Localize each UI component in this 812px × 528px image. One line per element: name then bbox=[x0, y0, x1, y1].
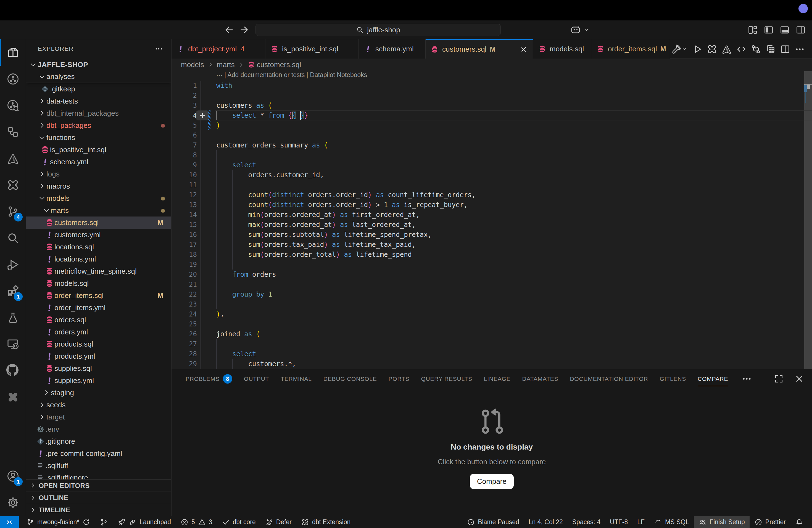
status-item-remote[interactable] bbox=[0, 516, 19, 528]
status-item-launchpad[interactable]: Launchpad bbox=[113, 516, 176, 528]
tree-item-models[interactable]: models bbox=[26, 192, 172, 204]
status-item-eol[interactable]: LF bbox=[633, 516, 649, 528]
panel-tab-compare[interactable]: COMPARE bbox=[698, 369, 728, 388]
activity-bar-item-settings[interactable] bbox=[0, 489, 26, 516]
tree-item-locations.yml[interactable]: locations.yml bbox=[26, 253, 172, 265]
panel-close-icon[interactable] bbox=[794, 373, 805, 384]
tree-item-order_items.sql[interactable]: order_items.sqlM bbox=[26, 289, 172, 302]
tree-item-order_items.yml[interactable]: order_items.yml bbox=[26, 302, 172, 314]
activity-bar-item-extensions[interactable]: 1 bbox=[0, 278, 26, 304]
tree-item-products.sql[interactable]: products.sql bbox=[26, 338, 172, 350]
history-back-button[interactable] bbox=[224, 24, 235, 35]
tree-item-analyses[interactable]: analyses bbox=[26, 71, 172, 83]
tree-item-supplies.yml[interactable]: supplies.yml bbox=[26, 375, 172, 386]
panel-tab-datamates[interactable]: DATAMATES bbox=[522, 369, 559, 388]
more-actions-icon[interactable] bbox=[794, 44, 805, 54]
tree-item-data-tests[interactable]: data-tests bbox=[26, 95, 172, 107]
tree-item-marts[interactable]: marts bbox=[26, 204, 172, 217]
activity-bar-item-scm-circle-search[interactable] bbox=[0, 92, 26, 119]
compare-button[interactable]: Compare bbox=[470, 474, 514, 489]
breadcrumb[interactable]: modelsmartscustomers.sql bbox=[172, 59, 812, 71]
dbt-power-user-action-icon[interactable] bbox=[707, 44, 717, 54]
status-item-indentation[interactable]: Spaces: 4 bbox=[568, 516, 605, 528]
status-item-git-branch[interactable]: mwong-fusion* bbox=[21, 516, 95, 528]
panel-tab-ports[interactable]: PORTS bbox=[388, 369, 409, 388]
code-editor[interactable]: ··· | Add documentation or tests | Datap… bbox=[172, 71, 812, 369]
sidebar-section-open-editors[interactable]: OPEN EDITORS bbox=[26, 480, 172, 492]
tree-item-.gitignore[interactable]: .gitignore bbox=[26, 435, 172, 448]
git-compare-icon[interactable] bbox=[750, 44, 761, 54]
breadcrumb-file[interactable]: customers.sql bbox=[247, 60, 301, 69]
tree-item-locations.sql[interactable]: locations.sql bbox=[26, 241, 172, 253]
tab-close-icon[interactable] bbox=[520, 45, 528, 54]
tree-item-is_positive_int.sql[interactable]: is_positive_int.sql bbox=[26, 144, 172, 156]
tree-item-schema.yml[interactable]: schema.yml bbox=[26, 156, 172, 168]
sidebar-more-actions-icon[interactable] bbox=[154, 44, 163, 54]
activity-bar-item-explorer[interactable] bbox=[0, 39, 26, 66]
tree-item-logs[interactable]: logs bbox=[26, 168, 172, 180]
activity-bar-item-accounts[interactable]: 1 bbox=[0, 463, 26, 489]
panel-tab-lineage[interactable]: LINEAGE bbox=[484, 369, 511, 388]
tree-item-metricflow_time_spine.sql[interactable]: metricflow_time_spine.sql bbox=[26, 265, 172, 277]
query-results-icon[interactable] bbox=[765, 44, 775, 54]
codelens[interactable]: ··· | Add documentation or tests | Datap… bbox=[216, 71, 367, 80]
tree-item-orders.sql[interactable]: orders.sql bbox=[26, 314, 172, 326]
execute-query-icon[interactable] bbox=[692, 44, 702, 54]
customize-layout-icon[interactable] bbox=[748, 24, 758, 35]
history-forward-button[interactable] bbox=[238, 24, 250, 35]
toggle-panel-icon[interactable] bbox=[779, 24, 790, 35]
activity-bar-item-dbt-power-user[interactable] bbox=[0, 172, 26, 198]
activity-bar-item-testing[interactable] bbox=[0, 304, 26, 331]
toggle-secondary-sidebar-icon[interactable] bbox=[795, 24, 806, 35]
activity-bar-item-github[interactable] bbox=[0, 357, 26, 384]
tree-item-macros[interactable]: macros bbox=[26, 180, 172, 192]
compiled-code-icon[interactable] bbox=[736, 44, 746, 54]
activity-bar-item-project-hierarchy[interactable] bbox=[0, 119, 26, 145]
status-item-finish-setup[interactable]: Finish Setup bbox=[694, 516, 750, 528]
status-item-problems[interactable]: 53 bbox=[176, 516, 217, 528]
panel-tab-terminal[interactable]: TERMINAL bbox=[280, 369, 312, 388]
command-center-search[interactable]: jaffle-shop bbox=[256, 24, 501, 36]
activity-bar-item-dbt-alt[interactable] bbox=[0, 384, 26, 410]
sidebar-section-timeline[interactable]: TIMELINE bbox=[26, 504, 172, 516]
tree-item-models.sql[interactable]: models.sql bbox=[26, 277, 172, 289]
tree-item-.env[interactable]: .env bbox=[26, 423, 172, 435]
panel-tab-output[interactable]: OUTPUT bbox=[244, 369, 269, 388]
panel-tab-documentation-editor[interactable]: DOCUMENTATION EDITOR bbox=[570, 369, 648, 388]
tree-item-target[interactable]: target bbox=[26, 411, 172, 423]
panel-maximize-icon[interactable] bbox=[773, 373, 784, 384]
chevron-down-icon[interactable] bbox=[681, 46, 688, 52]
tree-item-staging[interactable]: staging bbox=[26, 386, 172, 399]
editor-tab-is_positive_int.sql[interactable]: is_positive_int.sql bbox=[265, 39, 359, 59]
panel-tab-problems[interactable]: PROBLEMS8 bbox=[186, 369, 232, 388]
datapilot-icon[interactable] bbox=[721, 44, 731, 54]
panel-tab-gitlens[interactable]: GITLENS bbox=[660, 369, 686, 388]
tree-item-dbt_internal_packages[interactable]: dbt_internal_packages bbox=[26, 107, 172, 119]
status-item-source-control-graph[interactable] bbox=[95, 516, 113, 528]
editor-tab-dbt_project.yml[interactable]: dbt_project.yml4 bbox=[172, 39, 265, 59]
split-editor-icon[interactable] bbox=[780, 44, 790, 54]
status-item-encoding[interactable]: UTF-8 bbox=[605, 516, 633, 528]
activity-bar-item-remote-explorer[interactable] bbox=[0, 331, 26, 357]
tree-item-products.yml[interactable]: products.yml bbox=[26, 350, 172, 362]
editor-tab-schema.yml[interactable]: schema.yml bbox=[359, 39, 425, 59]
activity-bar-item-source-control[interactable]: 4 bbox=[0, 198, 26, 225]
status-item-blame[interactable]: Blame Paused bbox=[462, 516, 524, 528]
sidebar-section-outline[interactable]: OUTLINE bbox=[26, 492, 172, 504]
dbt-build-icon[interactable] bbox=[671, 44, 681, 54]
tree-item-jaffle-shop[interactable]: JAFFLE-SHOP bbox=[26, 59, 172, 71]
panel-tab-debug-console[interactable]: DEBUG CONSOLE bbox=[323, 369, 377, 388]
status-item-notifications[interactable] bbox=[791, 516, 808, 528]
tree-item-.sqlfluff[interactable]: .sqlfluff bbox=[26, 459, 172, 472]
status-item-language-mode[interactable]: MS SQL bbox=[649, 516, 694, 528]
breadcrumb-segment[interactable]: models bbox=[181, 60, 204, 69]
tree-item-seeds[interactable]: seeds bbox=[26, 399, 172, 411]
status-item-cursor-position[interactable]: Ln 4, Col 22 bbox=[524, 516, 568, 528]
breadcrumb-segment[interactable]: marts bbox=[217, 60, 235, 69]
activity-bar-item-search[interactable] bbox=[0, 225, 26, 251]
status-item-prettier[interactable]: Prettier bbox=[750, 516, 791, 528]
activity-bar-item-run-debug[interactable] bbox=[0, 251, 26, 278]
status-item-dbt-core[interactable]: dbt core bbox=[217, 516, 260, 528]
tree-item-.gitkeep[interactable]: .gitkeep bbox=[26, 83, 172, 95]
activity-bar-item-scm-circle[interactable] bbox=[0, 66, 26, 92]
